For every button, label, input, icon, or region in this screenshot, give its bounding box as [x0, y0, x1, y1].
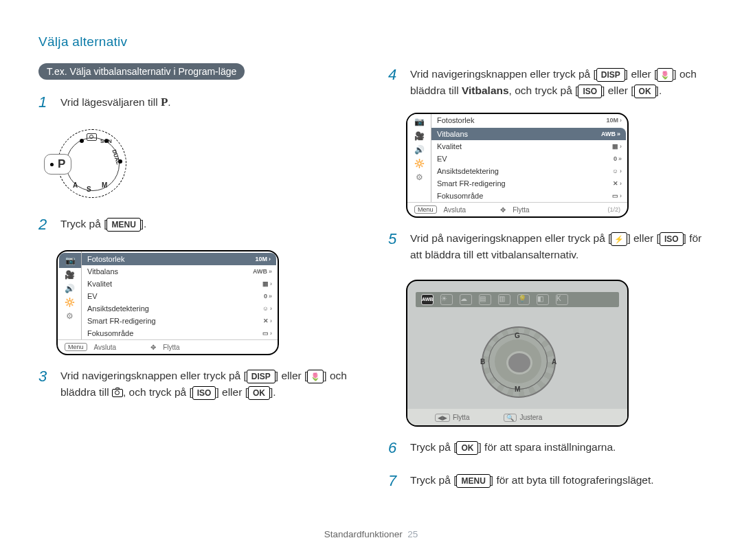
page-title: Välja alternativ: [38, 34, 704, 49]
lcd-row-label: Fokusområde: [437, 192, 483, 200]
wb-option-custom: ◧: [537, 294, 549, 305]
lcd-row-label: Kvalitet: [437, 142, 462, 150]
ok-button-label: OK: [634, 85, 656, 98]
lcd-row: Fotostorlek10M ›: [82, 253, 276, 265]
wb-option-k: K: [556, 294, 568, 305]
lcd-row-label: Ansiktsdetektering: [87, 304, 149, 313]
lcd-tab-camera: 📷: [407, 114, 431, 129]
iso-button-label: ISO: [192, 386, 216, 400]
lcd-row-label: EV: [87, 292, 98, 300]
step-number: 4: [388, 63, 403, 99]
gear-icon: ⚙: [66, 311, 74, 321]
dial-p-selection: P: [44, 154, 71, 175]
chevron-icon: ›: [620, 192, 622, 199]
lcd-tab-display: 🔆: [58, 295, 81, 309]
disp-button-label: DISP: [596, 68, 625, 82]
camera-icon: [112, 389, 123, 397]
lcd-row: Ansiktsdetektering☺ ›: [431, 165, 627, 177]
step-7: 7 Tryck på [MENU] för att byta till foto…: [388, 469, 704, 493]
sound-icon: 🔊: [414, 145, 425, 155]
dial-label-m: M: [102, 181, 107, 189]
lcd-row: VitbalansAWB »: [82, 265, 278, 278]
wb-option-fluor-h: ▤: [479, 294, 491, 305]
lcd-row: EV0 »: [431, 153, 627, 165]
arrows-icon: ◀▶: [435, 414, 450, 422]
lcd-row-value: ✕ ›: [263, 317, 272, 324]
ok-button-label: OK: [456, 441, 478, 455]
video-icon: 🎥: [414, 131, 425, 141]
step-5: 5 Vrid på navigeringsknappen eller tryck…: [388, 227, 704, 263]
step-text: ] för att spara inställningarna.: [478, 441, 616, 453]
step-text: Vrid navigeringsknappen eller tryck på [: [410, 68, 596, 80]
lcd-row-value: ✕ ›: [613, 180, 622, 187]
step-number: 5: [388, 227, 403, 263]
lcd-row-value: 0 »: [264, 293, 272, 300]
lcd-row-label: Ansiktsdetektering: [437, 167, 499, 175]
wb-screen: AWB ☀ ☁ ▤ ▥ 💡 ◧ K G A M B: [406, 280, 629, 427]
camera-icon: 📷: [65, 256, 76, 265]
right-column: 4 Vrid navigeringsknappen eller tryck på…: [388, 63, 704, 518]
lcd-tab-settings: ⚙: [58, 309, 81, 323]
lcd-row-label: Fotostorlek: [437, 116, 474, 124]
lcd-row-value: ▭ ›: [612, 192, 622, 199]
step-6: 6 Tryck på [OK] för att spara inställnin…: [388, 436, 704, 460]
wb-footer: ◀▶Flytta 🔍Justera: [407, 409, 627, 425]
lcd-row: Fokusområde▭ ›: [431, 190, 627, 202]
menu-button-label: MENU: [106, 218, 140, 232]
step-text: ] eller [: [625, 68, 657, 80]
lcd-row: Kvalitet▦ ›: [82, 278, 278, 290]
dial-label-a: A: [73, 181, 78, 189]
footer-page-number: 25: [407, 529, 418, 539]
footer-exit: Avsluta: [94, 344, 117, 351]
step-text: ].: [141, 218, 147, 229]
footer-move: Flytta: [163, 344, 179, 351]
chevron-icon: ›: [270, 305, 272, 312]
nav-icon: ✥: [150, 344, 156, 351]
wb-option-cloudy: ☁: [460, 294, 472, 305]
wb-top-letter: G: [515, 332, 520, 339]
lcd-row-value: 10M ›: [255, 256, 271, 262]
lcd-tab-sound: 🔊: [407, 143, 431, 157]
bold-term: Vitbalans: [462, 85, 509, 96]
flash-icon: ⚡: [611, 232, 627, 246]
wb-option-fluor-l: ▥: [498, 294, 510, 305]
dial-label-s: S: [87, 186, 91, 193]
lcd-left-tabs: 📷 🎥 🔊 🔆 ⚙: [58, 251, 82, 339]
lcd-row: Fotostorlek10M ›: [431, 114, 627, 126]
step-text: ] eller [: [627, 232, 660, 244]
chevron-icon: ›: [620, 143, 622, 150]
lcd-row: Fokusområde▭ ›: [82, 327, 278, 339]
page-footer: Standardfunktioner 25: [38, 529, 704, 539]
wb-option-tungsten: 💡: [517, 294, 530, 305]
macro-icon: 🌷: [307, 370, 324, 383]
sound-icon: 🔊: [65, 284, 75, 293]
lcd-left-tabs: 📷 🎥 🔊 🔆 ⚙: [407, 114, 431, 202]
step-3: 3 Vrid navigeringsknappen eller tryck på…: [38, 365, 354, 401]
chevron-icon: ›: [270, 330, 272, 337]
lcd-footer: Menu Avsluta ✥ Flytta (1/2): [407, 202, 627, 216]
step-text: ] eller [: [602, 85, 634, 96]
lcd-row-value: 10M ›: [606, 117, 622, 124]
menu-button-label: MENU: [456, 474, 490, 488]
video-icon: 🎥: [65, 270, 75, 280]
left-column: T.ex. Välja vitbalansalternativ i Progra…: [38, 63, 354, 518]
step-number: 1: [38, 91, 54, 114]
chevron-icon: ›: [269, 256, 271, 262]
step-text: , och tryck på [: [123, 386, 192, 398]
dial-label-scn: SCN: [100, 138, 112, 144]
lcd-row-label: Fotostorlek: [87, 255, 124, 263]
lcd-menu-1: 📷 🎥 🔊 🔆 ⚙ Fotostorlek10M ›VitbalansAWB »…: [56, 250, 279, 355]
step-4: 4 Vrid navigeringsknappen eller tryck på…: [388, 63, 704, 99]
menu-pill: Menu: [65, 343, 87, 351]
lcd-row-value: ▭ ›: [262, 330, 272, 337]
disp-button-label: DISP: [247, 370, 276, 383]
step-text: Vrid lägesväljaren till: [60, 96, 161, 108]
chevron-icon: ›: [270, 317, 272, 324]
footer-exit: Avsluta: [444, 206, 466, 214]
chevron-icon: »: [269, 268, 272, 275]
lcd-tab-camera: 📷: [59, 253, 81, 268]
lcd-row: Ansiktsdetektering☺ ›: [82, 302, 278, 315]
wb-option-daylight: ☀: [440, 294, 453, 305]
lcd-tab-settings: ⚙: [407, 170, 431, 184]
lcd-tab-sound: 🔊: [58, 282, 81, 295]
